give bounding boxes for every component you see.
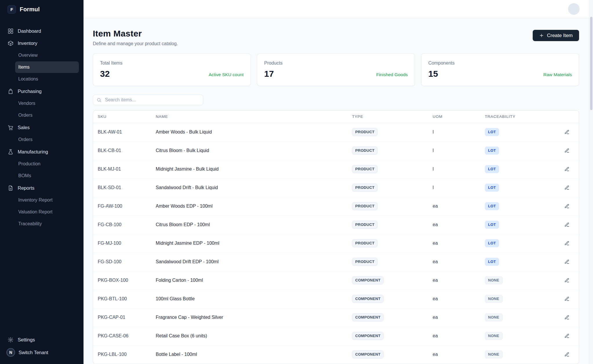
edit-icon[interactable] [562, 220, 572, 230]
table-row: FG-MJ-100Midnight Jasmine EDP - 100mlPRO… [93, 234, 579, 253]
edit-icon[interactable] [562, 127, 572, 137]
cell-type: PRODUCT [352, 141, 433, 160]
sidebar-item-valuation-report[interactable]: Valuation Report [15, 206, 79, 218]
cell-uom: l [433, 160, 485, 178]
scrollbar[interactable] [589, 0, 593, 364]
cell-sku: FG-AW-100 [93, 197, 156, 215]
gear-icon [8, 337, 14, 343]
edit-icon[interactable] [562, 146, 572, 156]
cell-uom: ea [433, 290, 485, 308]
sidebar-item-inventory[interactable]: Inventory [0, 37, 84, 49]
sidebar-item-label: Switch Tenant [19, 350, 48, 355]
cell-uom: ea [433, 308, 485, 327]
sidebar-item-orders[interactable]: Orders [15, 109, 79, 121]
sidebar-item-boms[interactable]: BOMs [15, 170, 79, 182]
cell-uom: l [433, 178, 485, 197]
cell-actions [554, 345, 579, 364]
edit-icon[interactable] [562, 312, 572, 322]
page-header: Item Master Define and manage your produ… [93, 29, 579, 46]
cell-type: PRODUCT [352, 197, 433, 215]
stat-label: Products [264, 61, 408, 66]
sidebar-item-purchasing[interactable]: Purchasing [0, 85, 84, 97]
traceability-badge: NONE [485, 332, 503, 340]
type-badge: PRODUCT [352, 128, 378, 136]
cell-sku: FG-CB-100 [93, 215, 156, 234]
cell-traceability: NONE [485, 345, 554, 364]
cell-actions [554, 197, 579, 215]
cell-uom: ea [433, 271, 485, 290]
search-input[interactable] [104, 97, 200, 103]
scrollbar-thumb[interactable] [590, 17, 592, 110]
user-avatar[interactable] [568, 3, 580, 15]
sidebar-item-items[interactable]: Items [15, 61, 79, 73]
edit-icon[interactable] [562, 331, 572, 341]
type-badge: COMPONENT [352, 276, 384, 284]
cell-actions [554, 215, 579, 234]
sidebar-item-production[interactable]: Production [15, 158, 79, 170]
cell-type: PRODUCT [352, 178, 433, 197]
cell-actions [554, 123, 579, 141]
stat-card-components: Components 15 Raw Materials [421, 53, 579, 86]
sidebar-item-manufacturing[interactable]: Manufacturing [0, 146, 84, 158]
edit-icon[interactable] [562, 257, 572, 267]
sidebar-item-dashboard[interactable]: Dashboard [0, 25, 84, 37]
sidebar-item-overview[interactable]: Overview [15, 50, 79, 61]
cell-name: Sandalwood Drift EDP - 100ml [156, 253, 352, 271]
sidebar-item-label: Manufacturing [18, 149, 48, 155]
cell-type: PRODUCT [352, 160, 433, 178]
sidebar-item-reports[interactable]: Reports [0, 182, 84, 194]
table-row: BLK-AW-01Amber Woods - Bulk LiquidPRODUC… [93, 123, 579, 141]
edit-icon[interactable] [562, 350, 572, 359]
sidebar-item-inventory-report[interactable]: Inventory Report [15, 194, 79, 206]
topbar [84, 0, 593, 18]
cell-type: COMPONENT [352, 308, 433, 327]
cell-actions [554, 178, 579, 197]
traceability-badge: LOT [485, 258, 499, 266]
cell-sku: PKG-LBL-100 [93, 345, 156, 364]
edit-icon[interactable] [562, 238, 572, 248]
sidebar-item-settings[interactable]: Settings [0, 333, 84, 346]
sidebar-item-label: Inventory [18, 41, 37, 46]
logo-icon: F [8, 5, 16, 14]
cell-name: Retail Case Box (6 units) [156, 327, 352, 345]
stat-value: 17 [264, 69, 274, 78]
edit-icon[interactable] [562, 183, 572, 193]
table-row: PKG-LBL-100Bottle Label - 100mlCOMPONENT… [93, 345, 579, 364]
cell-sku: FG-SD-100 [93, 253, 156, 271]
cell-traceability: NONE [485, 327, 554, 345]
table-row: BLK-SD-01Sandalwood Drift - Bulk LiquidP… [93, 178, 579, 197]
cell-name: Midnight Jasmine EDP - 100ml [156, 234, 352, 253]
sidebar-item-orders[interactable]: Orders [15, 134, 79, 145]
sidebar-item-traceability[interactable]: Traceability [15, 218, 79, 230]
cell-sku: BLK-MJ-01 [93, 160, 156, 178]
cell-traceability: LOT [485, 253, 554, 271]
cell-uom: ea [433, 327, 485, 345]
stat-cards: Total Items 32 Active SKU count Products… [93, 53, 579, 86]
cell-name: Sandalwood Drift - Bulk Liquid [156, 178, 352, 197]
table-row: BLK-CB-01Citrus Bloom - Bulk LiquidPRODU… [93, 141, 579, 160]
sidebar-item-locations[interactable]: Locations [15, 73, 79, 85]
sidebar-nav: DashboardInventoryOverviewItemsLocations… [0, 19, 84, 230]
cell-traceability: LOT [485, 215, 554, 234]
edit-icon[interactable] [562, 275, 572, 285]
cart-icon [8, 125, 14, 131]
edit-icon[interactable] [562, 201, 572, 211]
traceability-badge: LOT [485, 184, 499, 192]
sidebar-item-label: Dashboard [18, 28, 41, 34]
sidebar-item-sales[interactable]: Sales [0, 121, 84, 133]
cell-sku: PKG-CASE-06 [93, 327, 156, 345]
cell-traceability: NONE [485, 308, 554, 327]
sidebar-item-switch-tenant[interactable]: N Switch Tenant [0, 346, 84, 359]
table-row: FG-CB-100Citrus Bloom EDP - 100mlPRODUCT… [93, 215, 579, 234]
edit-icon[interactable] [562, 164, 572, 174]
cell-traceability: LOT [485, 178, 554, 197]
traceability-badge: LOT [485, 202, 499, 210]
edit-icon[interactable] [562, 294, 572, 304]
search-box [93, 95, 203, 105]
dashboard-icon [8, 28, 14, 34]
sidebar-item-vendors[interactable]: Vendors [15, 98, 79, 109]
sidebar: F Formul DashboardInventoryOverviewItems… [0, 0, 84, 364]
cell-actions [554, 290, 579, 308]
create-item-button[interactable]: Create Item [533, 30, 579, 41]
cell-type: COMPONENT [352, 290, 433, 308]
